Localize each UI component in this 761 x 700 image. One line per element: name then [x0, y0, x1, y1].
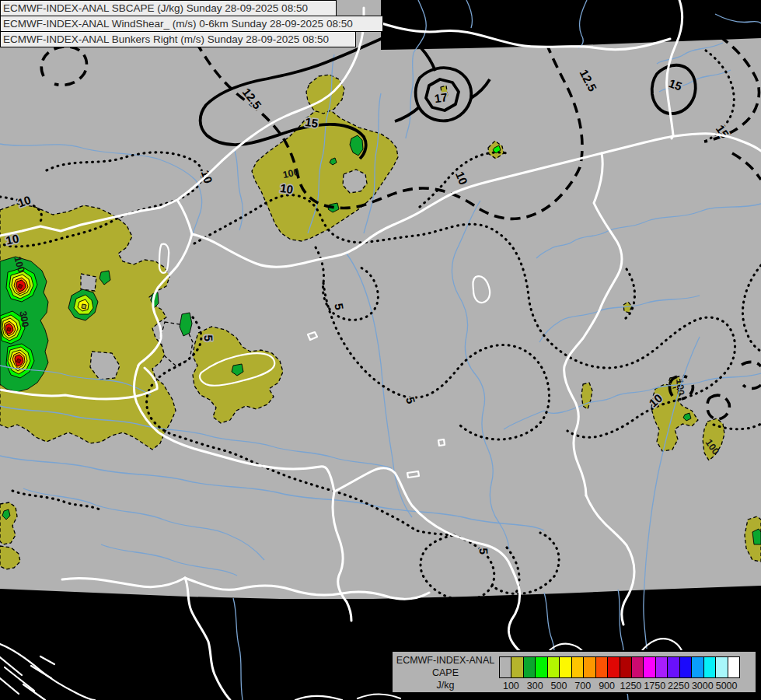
legend-tick: 5000 — [716, 681, 738, 691]
legend-swatch — [668, 657, 679, 677]
legend-swatch — [536, 657, 547, 677]
legend-swatch — [728, 657, 739, 677]
legend-tick-labels: 10030050070090012501750225030005000 — [499, 681, 738, 692]
map-canvas: 12.5151712.51515101010101010555510010030… — [0, 0, 761, 700]
contour-label-17: 17 — [434, 90, 449, 105]
header-line-windshear: ECMWF-INDEX-ANAL WindShear_ (m/s) 0-6km … — [0, 16, 383, 32]
legend-swatch — [500, 657, 511, 677]
legend-tick: 1250 — [620, 681, 641, 691]
legend-tick: 500 — [551, 681, 567, 691]
legend-swatch — [584, 657, 595, 677]
legend-tick: 1750 — [644, 681, 665, 691]
legend-tick: 2250 — [668, 681, 689, 691]
legend-swatch — [644, 657, 655, 677]
legend-tick: 900 — [599, 681, 615, 691]
legend-swatch — [548, 657, 560, 677]
header-line-bunkers: ECMWF-INDEX-ANAL Bunkers Right (m/s) Sun… — [0, 31, 356, 47]
legend-title-model: ECMWF-INDEX-ANAL — [393, 654, 498, 667]
legend-tick: 3000 — [692, 681, 714, 691]
legend-swatch — [656, 657, 668, 677]
contour-label-15: 15 — [304, 115, 319, 130]
contour-label-5: 5 — [202, 334, 215, 341]
legend-swatch — [596, 657, 608, 677]
legend-tick: 100 — [503, 681, 519, 691]
legend-title-parameter: CAPE — [393, 667, 498, 679]
legend-swatch — [620, 657, 632, 677]
legend-swatch — [716, 657, 728, 677]
header-line-sbcape: ECMWF-INDEX-ANAL SBCAPE (J/kg) Sunday 28… — [0, 0, 337, 16]
legend-swatch — [632, 657, 644, 677]
cape-legend: ECMWF-INDEX-ANAL CAPE J/kg 1003005007009… — [391, 650, 757, 694]
legend-swatch — [692, 657, 703, 677]
legend-title-units: J/kg — [393, 679, 498, 691]
legend-swatch — [511, 657, 523, 677]
contour-label-10: 10 — [279, 181, 294, 196]
legend-tick: 700 — [574, 681, 591, 691]
legend-swatch — [704, 657, 716, 677]
legend-colorbar — [499, 656, 740, 678]
legend-swatch — [608, 657, 620, 677]
legend-swatch — [524, 657, 536, 677]
legend-swatch — [680, 657, 692, 677]
contour-label-5: 5 — [477, 548, 490, 555]
legend-title: ECMWF-INDEX-ANAL CAPE J/kg — [393, 654, 498, 691]
legend-swatch — [560, 657, 571, 677]
weather-map-screenshot: 12.5151712.51515101010101010555510010030… — [0, 0, 761, 700]
legend-tick: 300 — [527, 681, 543, 691]
legend-swatch — [572, 657, 584, 677]
